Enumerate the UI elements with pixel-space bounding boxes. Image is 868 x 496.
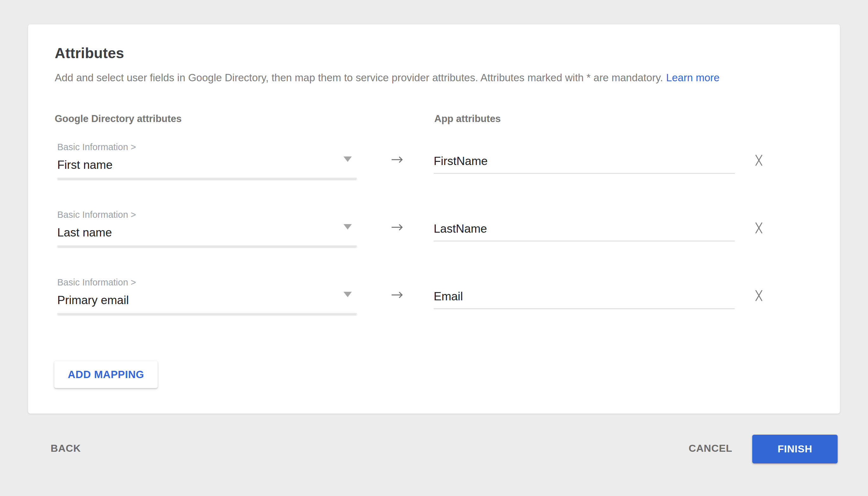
attribute-category-label: Basic Information >: [57, 210, 136, 220]
attribute-category-label: Basic Information >: [57, 142, 136, 152]
directory-attribute-value: Primary email: [57, 294, 129, 307]
column-header-app: App attributes: [434, 113, 501, 125]
learn-more-link[interactable]: Learn more: [666, 72, 720, 83]
directory-attribute-value: Last name: [57, 226, 112, 239]
remove-mapping-button[interactable]: [752, 289, 766, 303]
directory-attribute-select[interactable]: Basic Information > Last name: [57, 210, 357, 248]
app-attribute-input[interactable]: [434, 290, 735, 309]
back-button[interactable]: BACK: [51, 443, 81, 454]
arrow-right-icon: [391, 222, 405, 232]
dropdown-arrow-icon: [344, 224, 352, 230]
app-attribute-input[interactable]: [434, 222, 735, 242]
add-mapping-button[interactable]: ADD MAPPING: [54, 361, 158, 388]
remove-mapping-button[interactable]: [752, 153, 766, 167]
mapping-row: Basic Information > Last name: [28, 210, 840, 277]
close-icon: [752, 153, 766, 167]
attribute-category-label: Basic Information >: [57, 277, 136, 288]
field-underline: [57, 178, 357, 179]
description-text: Add and select user fields in Google Dir…: [55, 72, 663, 83]
dropdown-arrow-icon: [344, 292, 352, 297]
arrow-right-icon: [391, 290, 405, 300]
attributes-description: Add and select user fields in Google Dir…: [55, 72, 720, 84]
mapping-row: Basic Information > First name: [28, 142, 840, 210]
mapping-row: Basic Information > Primary email: [28, 277, 840, 345]
arrow-right-icon: [391, 155, 405, 165]
app-attribute-input[interactable]: [434, 155, 735, 174]
field-underline: [57, 313, 357, 314]
attributes-card: Attributes Add and select user fields in…: [28, 24, 840, 414]
dropdown-arrow-icon: [344, 156, 352, 162]
directory-attribute-value: First name: [57, 158, 112, 172]
directory-attribute-select[interactable]: Basic Information > Primary email: [57, 277, 357, 315]
column-header-directory: Google Directory attributes: [55, 113, 182, 125]
field-underline: [57, 245, 357, 247]
close-icon: [752, 289, 766, 303]
directory-attribute-select[interactable]: Basic Information > First name: [57, 142, 357, 180]
close-icon: [752, 221, 766, 235]
remove-mapping-button[interactable]: [752, 221, 766, 235]
page-title: Attributes: [55, 45, 124, 62]
finish-button[interactable]: FINISH: [752, 435, 838, 463]
cancel-button[interactable]: CANCEL: [689, 443, 732, 454]
